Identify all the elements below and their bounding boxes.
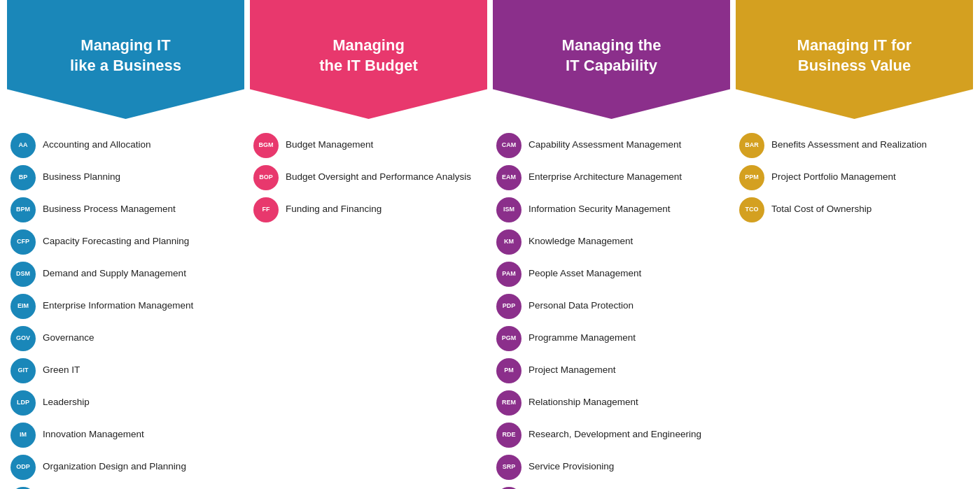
header-managing-it-for-value: Managing IT forBusiness Value — [736, 0, 973, 119]
column-col-pink: BGMBudget ManagementBOPBudget Oversight … — [250, 133, 487, 489]
label-PM: Project Management — [528, 358, 616, 377]
label-CFP: Capacity Forecasting and Planning — [43, 229, 189, 248]
header-row: Managing ITlike a BusinessManagingthe IT… — [0, 0, 980, 119]
badge-GIT: GIT — [10, 358, 36, 383]
label-EIM: Enterprise Information Management — [43, 294, 193, 313]
list-item: REMRelationship Management — [496, 390, 727, 416]
label-PAM: People Asset Management — [528, 262, 641, 281]
label-BP: Business Planning — [43, 165, 120, 184]
label-REM: Relationship Management — [528, 390, 638, 409]
label-CAM: Capability Assessment Management — [528, 133, 681, 152]
list-item: CFPCapacity Forecasting and Planning — [10, 229, 241, 255]
label-AA: Accounting and Allocation — [43, 133, 151, 152]
badge-EIM: EIM — [10, 294, 36, 319]
list-item: PDPPersonal Data Protection — [496, 294, 727, 319]
badge-PM: PM — [496, 358, 522, 383]
badge-BP: BP — [10, 165, 36, 190]
list-item: IMInnovation Management — [10, 423, 241, 448]
label-FF: Funding and Financing — [286, 197, 382, 216]
label-RDE: Research, Development and Engineering — [528, 423, 701, 441]
list-item: BPMBusiness Process Management — [10, 197, 241, 222]
label-ODP: Organization Design and Planning — [43, 455, 186, 474]
badge-EAM: EAM — [496, 165, 522, 190]
badge-BOP: BOP — [253, 165, 279, 190]
header-managing-it-like-business: Managing ITlike a Business — [7, 0, 244, 119]
list-item: TCOTotal Cost of Ownership — [739, 197, 969, 222]
badge-LDP: LDP — [10, 390, 36, 416]
list-item: BPBusiness Planning — [10, 165, 241, 190]
header-managing-it-capability: Managing theIT Capability — [493, 0, 730, 119]
label-EAM: Enterprise Architecture Management — [528, 165, 682, 184]
list-item: PAMPeople Asset Management — [496, 262, 727, 287]
badge-CAM: CAM — [496, 133, 522, 158]
badge-ISM: ISM — [496, 197, 522, 222]
list-item: SRPService Provisioning — [496, 455, 727, 480]
badge-AA: AA — [10, 133, 36, 158]
list-item: ISMInformation Security Management — [496, 197, 727, 222]
list-item: EAMEnterprise Architecture Management — [496, 165, 727, 190]
list-item: DSMDemand and Supply Management — [10, 262, 241, 287]
list-item: BOPBudget Oversight and Performance Anal… — [253, 165, 484, 190]
label-PGM: Programme Management — [528, 326, 636, 345]
label-GOV: Governance — [43, 326, 94, 345]
badge-TCO: TCO — [739, 197, 764, 222]
badge-PPM: PPM — [739, 165, 764, 190]
label-IM: Innovation Management — [43, 423, 144, 441]
label-KM: Knowledge Management — [528, 229, 633, 248]
badge-PAM: PAM — [496, 262, 522, 287]
badge-DSM: DSM — [10, 262, 36, 287]
badge-RDE: RDE — [496, 423, 522, 448]
label-ISM: Information Security Management — [528, 197, 671, 216]
column-col-gold: BARBenefits Assessment and RealizationPP… — [736, 133, 973, 489]
list-item: GOVGovernance — [10, 326, 241, 351]
list-item: LDPLeadership — [10, 390, 241, 416]
badge-CFP: CFP — [10, 229, 36, 255]
label-TCO: Total Cost of Ownership — [771, 197, 872, 216]
list-item: GITGreen IT — [10, 358, 241, 383]
label-BAR: Benefits Assessment and Realization — [771, 133, 927, 152]
label-SRP: Service Provisioning — [528, 455, 614, 474]
list-item: PPMProject Portfolio Management — [739, 165, 969, 190]
badge-ODP: ODP — [10, 455, 36, 480]
label-PPM: Project Portfolio Management — [771, 165, 896, 184]
content-area: AAAccounting and AllocationBPBusiness Pl… — [0, 119, 980, 489]
badge-BPM: BPM — [10, 197, 36, 222]
badge-BAR: BAR — [739, 133, 764, 158]
list-item: KMKnowledge Management — [496, 229, 727, 255]
list-item: BGMBudget Management — [253, 133, 484, 158]
badge-BGM: BGM — [253, 133, 279, 158]
badge-KM: KM — [496, 229, 522, 255]
list-item: EIMEnterprise Information Management — [10, 294, 241, 319]
list-item: FFFunding and Financing — [253, 197, 484, 222]
badge-REM: REM — [496, 390, 522, 416]
list-item: ODPOrganization Design and Planning — [10, 455, 241, 480]
header-managing-it-budget: Managingthe IT Budget — [250, 0, 487, 119]
page: Managing ITlike a BusinessManagingthe IT… — [0, 0, 980, 489]
list-item: CAMCapability Assessment Management — [496, 133, 727, 158]
column-col-blue: AAAccounting and AllocationBPBusiness Pl… — [7, 133, 244, 489]
list-item: RDEResearch, Development and Engineering — [496, 423, 727, 448]
badge-SRP: SRP — [496, 455, 522, 480]
badge-PDP: PDP — [496, 294, 522, 319]
badge-GOV: GOV — [10, 326, 36, 351]
label-BOP: Budget Oversight and Performance Analysi… — [286, 165, 471, 184]
list-item: BARBenefits Assessment and Realization — [739, 133, 969, 158]
list-item: AAAccounting and Allocation — [10, 133, 241, 158]
label-BPM: Business Process Management — [43, 197, 176, 216]
column-col-purple: CAMCapability Assessment ManagementEAMEn… — [493, 133, 730, 489]
label-BGM: Budget Management — [286, 133, 373, 152]
badge-FF: FF — [253, 197, 279, 222]
badge-PGM: PGM — [496, 326, 522, 351]
list-item: PMProject Management — [496, 358, 727, 383]
label-LDP: Leadership — [43, 390, 90, 409]
label-PDP: Personal Data Protection — [528, 294, 634, 313]
label-DSM: Demand and Supply Management — [43, 262, 186, 281]
badge-IM: IM — [10, 423, 36, 448]
list-item: PGMProgramme Management — [496, 326, 727, 351]
label-GIT: Green IT — [43, 358, 80, 377]
